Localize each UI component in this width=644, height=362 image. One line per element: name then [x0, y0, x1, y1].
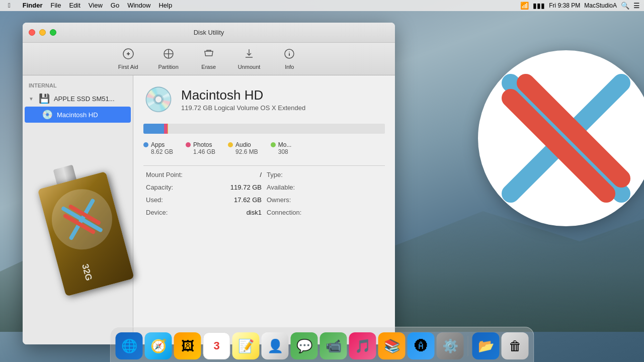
- wifi-icon[interactable]: 📶: [520, 2, 529, 10]
- dock-finder2[interactable]: 📂: [472, 332, 500, 359]
- apple-menu[interactable]: : [4, 0, 15, 11]
- erase-button[interactable]: Erase: [194, 46, 224, 72]
- more-dot: [271, 142, 276, 147]
- dock-safari[interactable]: 🧭: [145, 332, 172, 359]
- messages-icon: 💬: [296, 338, 312, 354]
- appstore-icon: 🅐: [415, 338, 428, 354]
- dock-books[interactable]: 📚: [378, 332, 406, 359]
- photos-value: 1.46 GB: [193, 148, 215, 155]
- unmount-button[interactable]: Unmount: [234, 46, 265, 72]
- info-left-device: Device: disk1: [143, 209, 264, 216]
- sidebar-macintosh-hd-label: Macintosh HD: [57, 111, 98, 119]
- info-row-used: Used: 17.62 GB Owners:: [143, 196, 385, 204]
- unmount-label: Unmount: [238, 64, 261, 70]
- menubar-right: 📶 ▮▮▮ Fri 9:38 PM MacStudioA 🔍 ☰: [520, 2, 640, 10]
- drive-header-icon: 💿: [143, 85, 174, 114]
- info-right-available: Available:: [264, 184, 385, 191]
- battery-icon: ▮▮▮: [533, 2, 545, 10]
- menubar-file[interactable]: File: [46, 0, 65, 11]
- more-value: 308: [278, 148, 288, 155]
- menubar-app-name[interactable]: Finder: [19, 0, 47, 11]
- capacity-value: 119.72 GB: [230, 184, 262, 191]
- apps-text: Apps: [151, 141, 165, 148]
- expand-arrow: ▼: [29, 96, 34, 102]
- info-left-mountpoint: Mount Point: /: [143, 171, 264, 178]
- osx-logo-overlay: [478, 50, 644, 226]
- legend-more-label: Mo...: [271, 141, 292, 148]
- menubar:  Finder File Edit View Go Window Help 📶…: [0, 0, 644, 11]
- menubar-view[interactable]: View: [85, 0, 107, 11]
- volume-icon: 💿: [42, 109, 53, 120]
- dock-sysprefs[interactable]: ⚙️: [437, 332, 464, 359]
- music-icon: 🎵: [355, 338, 371, 354]
- menubar-edit[interactable]: Edit: [65, 0, 84, 11]
- usb-label: 32G: [79, 263, 94, 282]
- legend-audio-label: Audio: [228, 141, 251, 148]
- info-row-mountpoint: Mount Point: / Type:: [143, 171, 385, 178]
- menubar-go[interactable]: Go: [107, 0, 123, 11]
- search-icon[interactable]: 🔍: [621, 2, 629, 10]
- minimize-button[interactable]: [39, 29, 46, 36]
- window-controls: [29, 29, 56, 36]
- storage-bar: [143, 124, 385, 134]
- owners-label: Owners:: [267, 196, 291, 204]
- drive-header: 💿 Macintosh HD 119.72 GB Logical Volume …: [143, 85, 385, 114]
- sidebar-item-macintosh-hd[interactable]: 💿 Macintosh HD: [25, 107, 131, 123]
- menubar-help[interactable]: Help: [154, 0, 176, 11]
- menubar-window[interactable]: Window: [123, 0, 154, 11]
- legend-apps: Apps 8.62 GB: [143, 141, 173, 155]
- menubar-time: Fri 9:38 PM: [549, 2, 580, 9]
- info-icon: [283, 48, 295, 63]
- first-aid-icon: [122, 48, 134, 63]
- usb-osx-logo: [45, 183, 119, 256]
- sidebar-apple-ssd-label: APPLE SSD SM51...: [54, 95, 115, 103]
- used-value: 17.62 GB: [234, 196, 262, 204]
- dock-appstore[interactable]: 🅐: [408, 332, 435, 359]
- available-label: Available:: [267, 184, 295, 191]
- info-table: Mount Point: / Type: Capacity: 119.72 GB: [143, 171, 385, 216]
- audio-dot: [228, 142, 233, 147]
- device-label: Device:: [146, 209, 168, 216]
- close-button[interactable]: [29, 29, 35, 36]
- info-left-used: Used: 17.62 GB: [143, 196, 264, 204]
- dock-finder[interactable]: 🌐: [116, 332, 143, 359]
- dock-trash[interactable]: 🗑: [502, 332, 529, 359]
- folder-icon: 📂: [478, 338, 494, 354]
- finder-icon: 🌐: [121, 338, 137, 354]
- info-row-capacity: Capacity: 119.72 GB Available:: [143, 184, 385, 191]
- info-right-connection: Connection:: [264, 209, 385, 216]
- dock-facetime[interactable]: 📹: [320, 332, 347, 359]
- dock-contacts[interactable]: 👤: [262, 332, 289, 359]
- dock-music[interactable]: 🎵: [349, 332, 376, 359]
- dock-photos[interactable]: 🖼: [174, 332, 201, 359]
- menubar-user[interactable]: MacStudioA: [584, 2, 617, 9]
- sysprefs-icon: ⚙️: [442, 338, 458, 354]
- first-aid-button[interactable]: First Aid: [113, 46, 143, 72]
- partition-button[interactable]: Partition: [153, 46, 184, 72]
- books-icon: 📚: [384, 338, 400, 354]
- usb-body: 32G: [38, 171, 134, 297]
- notes-icon: 📝: [238, 338, 254, 354]
- dock-separator: [468, 336, 468, 356]
- apps-dot: [143, 142, 148, 147]
- drive-icon: 💾: [39, 93, 50, 104]
- info-button[interactable]: Info: [274, 46, 304, 72]
- apps-value: 8.62 GB: [151, 148, 173, 155]
- info-divider: [143, 165, 385, 166]
- drive-title: Macintosh HD: [181, 87, 305, 103]
- control-center-icon[interactable]: ☰: [633, 2, 640, 10]
- info-right-type: Type:: [264, 171, 385, 178]
- dock-notes[interactable]: 📝: [232, 332, 260, 359]
- sidebar-item-apple-ssd[interactable]: ▼ 💾 APPLE SSD SM51...: [23, 90, 133, 107]
- drive-subtitle: 119.72 GB Logical Volume OS X Extended: [181, 104, 305, 112]
- dock-calendar[interactable]: 3: [203, 332, 230, 359]
- legend-more: Mo... 308: [271, 141, 292, 155]
- calendar-icon: 3: [213, 340, 219, 351]
- maximize-button[interactable]: [50, 29, 56, 36]
- dock-messages[interactable]: 💬: [291, 332, 318, 359]
- storage-segment-photos: [164, 124, 168, 134]
- unmount-icon: [243, 48, 255, 63]
- desktop:  Finder File Edit View Go Window Help 📶…: [0, 0, 644, 362]
- dock: 🌐 🧭 🖼 3 📝 👤 💬 📹 🎵 📚 🅐: [110, 327, 534, 362]
- trash-icon: 🗑: [509, 338, 522, 354]
